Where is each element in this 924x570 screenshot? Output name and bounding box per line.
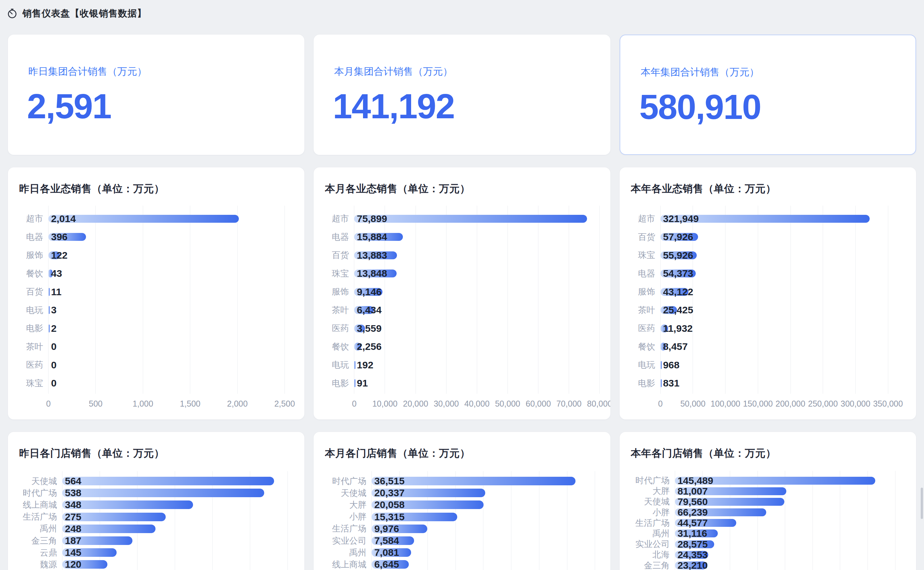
bar[interactable]	[354, 379, 355, 387]
chart-row: 医药0	[18, 356, 294, 374]
bar[interactable]	[49, 215, 239, 223]
chart-row: 服饰9,146	[323, 283, 600, 301]
bar[interactable]	[354, 215, 587, 223]
bar[interactable]	[49, 288, 50, 296]
category-label: 时代广场	[18, 487, 62, 499]
value-label: 122	[51, 250, 67, 261]
bar[interactable]	[62, 489, 264, 497]
chart-row: 时代广场36,515	[323, 475, 600, 487]
value-label: 55,926	[663, 250, 693, 261]
chart-row: 小胖15,315	[323, 511, 600, 523]
value-label: 81,007	[678, 486, 708, 497]
chart-row: 珠宝13,848	[323, 265, 600, 283]
chart-row: 医药11,932	[630, 319, 906, 338]
bar[interactable]	[62, 477, 274, 485]
bar[interactable]	[49, 306, 50, 314]
category-label: 天使城	[630, 496, 675, 507]
category-label: 禹州	[630, 528, 675, 539]
bar[interactable]	[354, 361, 355, 369]
bar-chart-yesterday-by-format: 超市2,014电器396服饰122餐饮43百货11电玩3电影2茶叶0医药0珠宝0…	[18, 167, 294, 420]
value-label: 15,884	[357, 231, 387, 242]
category-label: 超市	[323, 213, 354, 224]
bar[interactable]	[49, 325, 50, 332]
chart-row: 电玩3	[18, 301, 294, 320]
bar-chart-month-by-store: 时代广场36,515天使城20,337大胖20,058小胖15,315生活广场9…	[323, 432, 600, 570]
bar[interactable]	[661, 361, 662, 369]
category-label: 超市	[18, 213, 49, 224]
value-label: 2,256	[357, 341, 381, 352]
chart-card-year-by-format: 本年各业态销售（单位：万元） 超市321,949百货57,926珠宝55,926…	[620, 167, 916, 420]
value-label: 11,932	[663, 323, 693, 334]
bar-chart-month-by-format: 超市75,899电器15,884百货13,883珠宝13,848服饰9,146茶…	[323, 167, 600, 420]
chart-row: 电器396	[18, 228, 294, 247]
category-label: 云鼎	[18, 547, 62, 558]
category-label: 实业公司	[630, 538, 675, 550]
value-label: 20,337	[374, 487, 404, 498]
chart-row: 百货13,883	[323, 246, 600, 265]
value-label: 3	[51, 305, 57, 316]
x-axis-tick-labels: 050,000100,000150,000200,000250,000300,0…	[661, 399, 888, 409]
category-label: 线上商城	[323, 559, 372, 570]
category-label: 北海	[630, 549, 675, 561]
category-label: 电器	[630, 268, 661, 279]
kpi-card-yesterday[interactable]: 昨日集团合计销售（万元） 2,591	[8, 35, 304, 155]
chart-row: 时代广场145,489	[630, 475, 906, 485]
category-label: 禹州	[323, 547, 372, 558]
value-label: 11	[51, 286, 61, 297]
x-axis-tick-labels: 05001,0001,5002,0002,500	[49, 399, 285, 409]
category-label: 电玩	[630, 359, 661, 371]
chart-row: 实业公司28,575	[630, 538, 906, 549]
chart-card-year-by-store: 本年各门店销售（单位：万元） 时代广场145,489大胖81,007天使城79,…	[620, 432, 916, 570]
value-label: 348	[65, 499, 81, 510]
chart-row: 禹州31,116	[630, 528, 906, 538]
chart-row: 服饰122	[18, 246, 294, 265]
category-label: 茶叶	[323, 305, 354, 316]
category-label: 小胖	[323, 511, 372, 522]
value-label: 13,883	[357, 250, 387, 261]
kpi-card-month[interactable]: 本月集团合计销售（万元） 141,192	[314, 35, 610, 155]
value-label: 6,434	[357, 305, 381, 316]
chart-row: 百货11	[18, 283, 294, 301]
value-label: 66,239	[678, 507, 708, 518]
chart-row: 线上商城348	[18, 499, 294, 511]
chart-row: 超市321,949	[630, 210, 906, 228]
value-label: 54,373	[663, 268, 693, 279]
value-label: 28,575	[678, 539, 708, 550]
bar-chart-year-by-format: 超市321,949百货57,926珠宝55,926电器54,373服饰43,12…	[630, 167, 906, 420]
chart-row: 超市2,014	[18, 210, 294, 228]
chart-row: 线上商城6,645	[323, 558, 600, 570]
chart-row: 医药3,559	[323, 319, 600, 338]
value-label: 831	[663, 378, 679, 389]
value-label: 396	[51, 231, 67, 242]
chart-card-yesterday-by-format: 昨日各业态销售（单位：万元） 超市2,014电器396服饰122餐饮43百货11…	[8, 167, 304, 420]
category-label: 服饰	[630, 286, 661, 297]
chart-row: 北海24,353	[630, 549, 906, 559]
chart-card-month-by-store: 本月各门店销售（单位：万元） 时代广场36,515天使城20,337大胖20,0…	[314, 432, 610, 570]
chart-row: 实业公司7,584	[323, 535, 600, 547]
chart-row: 百货57,926	[630, 228, 906, 247]
chart-row: 天使城20,337	[323, 487, 600, 499]
category-label: 电影	[18, 323, 49, 334]
kpi-card-year[interactable]: 本年集团合计销售（万元） 580,910	[620, 35, 916, 155]
chart-row: 珠宝0	[18, 374, 294, 393]
value-label: 2,014	[51, 213, 76, 224]
category-label: 生活广场	[630, 517, 675, 529]
value-label: 0	[51, 378, 57, 389]
value-label: 79,560	[678, 496, 708, 507]
bar[interactable]	[661, 379, 662, 387]
bar[interactable]	[62, 501, 193, 509]
chart-row: 魏源120	[18, 558, 294, 570]
chart-row: 电影2	[18, 319, 294, 338]
value-label: 75,899	[357, 213, 387, 224]
chart-row: 餐饮8,457	[630, 338, 906, 356]
value-label: 0	[51, 360, 57, 371]
value-label: 91	[357, 378, 368, 389]
bar-chart-year-by-store: 时代广场145,489大胖81,007天使城79,560小胖66,239生活广场…	[630, 432, 906, 570]
value-label: 13,848	[357, 268, 387, 279]
category-label: 茶叶	[630, 305, 661, 316]
value-label: 6,645	[374, 559, 399, 570]
value-label: 15,315	[374, 511, 404, 522]
scrollbar-thumb[interactable]	[921, 488, 923, 519]
category-label: 服饰	[18, 250, 49, 261]
value-label: 321,949	[663, 213, 699, 224]
